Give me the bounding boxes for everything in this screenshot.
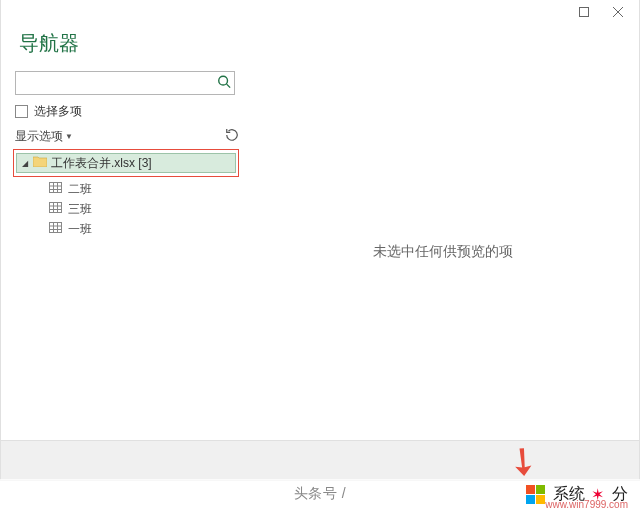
window-close-button[interactable] [601, 0, 635, 24]
sheet-label: 二班 [68, 181, 92, 198]
search-wrap [15, 71, 235, 95]
worksheet-icon [49, 222, 62, 236]
worksheet-icon [49, 182, 62, 196]
sheet-label: 三班 [68, 201, 92, 218]
svg-point-3 [219, 76, 228, 85]
multiselect-label: 选择多项 [34, 103, 82, 120]
tree-sheet-node[interactable]: 一班 [15, 219, 236, 239]
brand-url: www.win7999.com [545, 499, 628, 509]
content-area: 选择多项 显示选项 ▼ ◢ [1, 65, 639, 439]
dialog-title: 导航器 [19, 30, 621, 57]
worksheet-icon [49, 202, 62, 216]
window-maximize-button[interactable] [567, 0, 601, 24]
svg-rect-0 [580, 8, 589, 17]
workbook-label: 工作表合并.xlsx [3] [51, 155, 152, 172]
tree-workbook-node[interactable]: ◢ 工作表合并.xlsx [3] [16, 153, 236, 173]
preview-pane: 未选中任何供预览的项 [246, 65, 639, 439]
tree-sheet-node[interactable]: 二班 [15, 179, 236, 199]
display-options-label: 显示选项 [15, 128, 63, 145]
svg-line-4 [227, 84, 231, 88]
expander-icon[interactable]: ◢ [21, 159, 29, 168]
display-options-link[interactable]: 显示选项 ▼ [15, 128, 73, 145]
refresh-icon[interactable] [225, 128, 239, 145]
svg-rect-10 [50, 203, 62, 213]
chevron-down-icon: ▼ [65, 132, 73, 141]
dialog-footer [1, 440, 639, 480]
display-options-row: 显示选项 ▼ [15, 128, 239, 145]
multiselect-row[interactable]: 选择多项 [15, 103, 236, 120]
navigator-window: 导航器 选择多项 显示选项 ▼ [0, 0, 640, 481]
annotation-highlight: ◢ 工作表合并.xlsx [3] [13, 149, 239, 177]
watermark-overlay: 头条号 / 系统 ✶ 分 www.win7999.com [0, 479, 640, 509]
sheet-label: 一班 [68, 221, 92, 238]
title-bar [1, 0, 639, 24]
microsoft-logo-icon [526, 485, 545, 504]
tree-sheet-node[interactable]: 三班 [15, 199, 236, 219]
search-icon[interactable] [217, 75, 231, 92]
navigator-left-pane: 选择多项 显示选项 ▼ ◢ [1, 65, 246, 439]
dialog-header: 导航器 [1, 24, 639, 65]
folder-icon [33, 156, 47, 170]
preview-empty-message: 未选中任何供预览的项 [373, 243, 513, 261]
svg-rect-5 [50, 183, 62, 193]
svg-rect-15 [50, 223, 62, 233]
multiselect-checkbox[interactable] [15, 105, 28, 118]
search-input[interactable] [15, 71, 235, 95]
